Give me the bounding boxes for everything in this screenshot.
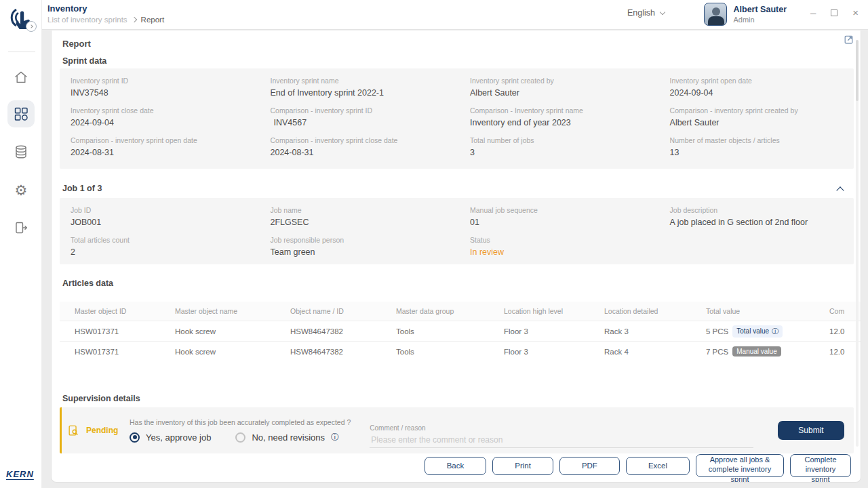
column-header: Location high level <box>497 307 597 315</box>
sidebar-item-dashboard[interactable] <box>7 100 35 127</box>
breadcrumb-current: Report <box>141 16 165 24</box>
table-row: HSW017371 Hook screw HSW84647382 Tools F… <box>60 321 861 341</box>
sidebar-item-settings[interactable]: ⚙ <box>7 177 35 204</box>
table-cell: HSW017371 <box>60 348 168 356</box>
sprint-field: Inventory sprint nameEnd of Inventory sp… <box>271 77 471 98</box>
total-value-cell: 7 PCS Manual value <box>699 346 823 357</box>
sidebar-divider <box>8 52 35 52</box>
table-cell: Hook screw <box>168 348 283 356</box>
field-value: 2024-08-31 <box>271 148 471 157</box>
scrollbar-track[interactable] <box>856 40 859 447</box>
job-field: Manual job sequence01 <box>470 206 670 227</box>
sprint-field: Inventory sprint close date2024-09-04 <box>71 106 271 127</box>
sidebar: ⚙ KERN <box>0 0 42 488</box>
pending-review-icon <box>67 424 80 437</box>
info-icon[interactable]: ⓘ <box>772 327 778 336</box>
table-cell: Tools <box>389 327 497 336</box>
sidebar-item-home[interactable] <box>7 64 35 91</box>
brand-logo: KERN <box>6 469 34 479</box>
submit-button[interactable]: Submit <box>778 421 844 440</box>
column-header: Master data group <box>389 307 497 315</box>
field-label: Comparison - inventory sprint close date <box>271 136 471 144</box>
job-field: Total articles count2 <box>71 236 271 257</box>
job-collapse-button[interactable] <box>837 184 848 193</box>
job-panel: Job IDJOB001 Job name2FLGSEC Manual job … <box>60 198 854 264</box>
job-field: Job name2FLGSEC <box>271 206 471 227</box>
radio-unselected-icon[interactable] <box>235 432 245 443</box>
maximize-icon[interactable] <box>831 9 837 16</box>
table-cell: 7 PCS <box>706 348 728 356</box>
sprint-data-title: Sprint data <box>62 56 106 66</box>
field-label: Comparison - inventory sprint open date <box>71 136 271 144</box>
column-header: Master object name <box>168 307 283 315</box>
chevron-right-icon <box>131 17 136 22</box>
fullscreen-icon <box>844 35 854 45</box>
field-value: Albert Sauter <box>670 118 854 127</box>
field-value: 3 <box>470 148 670 157</box>
chevron-up-icon <box>836 186 844 194</box>
column-header: Master object ID <box>60 307 168 315</box>
field-label: Comparison - inventory sprint ID <box>271 106 471 115</box>
sidebar-expand-button[interactable] <box>26 21 37 32</box>
field-value: 2024-09-04 <box>71 118 271 127</box>
field-label: Job name <box>271 206 471 214</box>
field-value: 2024-09-04 <box>670 88 854 98</box>
field-label: Job ID <box>71 206 271 214</box>
scrollbar-thumb[interactable] <box>856 40 859 101</box>
chevron-right-icon <box>29 24 33 28</box>
sprint-field: Comparison - inventory sprint IDINV4567 <box>271 106 471 127</box>
complete-inventory-sprint-button[interactable]: Complete inventory sprint <box>790 454 851 477</box>
field-value: 2FLGSEC <box>271 218 471 227</box>
approve-all-jobs-button[interactable]: Approve all jobs & complete inventory sp… <box>696 454 784 477</box>
sprint-field: Inventory sprint IDINV37548 <box>71 77 271 98</box>
user-name: Albert Sauter <box>734 5 787 14</box>
back-button[interactable]: Back <box>425 457 487 475</box>
radio-no-revisions[interactable]: No, need revisions ⓘ <box>235 432 339 443</box>
field-label: Inventory sprint close date <box>71 106 271 115</box>
user-role: Admin <box>734 16 787 24</box>
status-value: In review <box>470 247 670 257</box>
pending-status-group: Pending <box>67 424 127 437</box>
report-section-title: Report <box>62 39 91 49</box>
sprint-data-panel: Inventory sprint IDINV37548 Inventory sp… <box>60 68 854 169</box>
table-cell: Hook screw <box>168 327 283 336</box>
excel-button[interactable]: Excel <box>626 457 690 475</box>
field-value: 2024-08-31 <box>71 148 271 157</box>
manual-value-badge[interactable]: Manual value <box>732 346 781 357</box>
close-button[interactable]: × <box>852 7 859 18</box>
sidebar-item-database[interactable] <box>7 138 35 165</box>
field-label: Number of master objects / articles <box>670 136 854 144</box>
radio-selected-icon[interactable] <box>130 432 140 443</box>
sprint-field: Comparison - Inventory sprint nameInvent… <box>470 106 670 127</box>
status-badge: Pending <box>86 426 118 435</box>
comment-input[interactable] <box>370 434 753 448</box>
job-status-field: StatusIn review <box>470 236 670 257</box>
column-header: Location detailed <box>597 307 699 315</box>
sidebar-item-logout[interactable] <box>7 214 35 241</box>
user-menu[interactable]: Albert Sauter Admin <box>704 3 787 26</box>
language-selector[interactable]: English <box>627 8 665 18</box>
field-value: Albert Sauter <box>470 88 670 98</box>
column-header: Total value <box>699 307 823 315</box>
info-icon[interactable]: ⓘ <box>331 432 339 443</box>
expand-report-button[interactable] <box>844 35 854 47</box>
supervision-details-title: Supervision details <box>62 394 140 403</box>
breadcrumb-parent[interactable]: List of inventory sprints <box>47 16 127 24</box>
language-label: English <box>627 8 655 18</box>
field-value: A job placed in G section of 2nd floor <box>670 218 854 227</box>
report-card: Report Sprint data Inventory sprint IDIN… <box>51 30 861 483</box>
radio-yes-approve[interactable]: Yes, approve job <box>130 432 211 443</box>
table-cell: Rack 3 <box>597 327 699 336</box>
minimize-button[interactable]: – <box>810 7 816 18</box>
page-title: Inventory <box>47 3 87 14</box>
total-value-cell: 5 PCS Total value ⓘ <box>699 325 823 338</box>
sprint-field: Comparison - inventory sprint created by… <box>670 106 854 127</box>
pdf-button[interactable]: PDF <box>559 457 620 475</box>
print-button[interactable]: Print <box>492 457 553 475</box>
field-label: Inventory sprint open date <box>670 77 854 85</box>
home-icon <box>13 69 29 85</box>
header-bar: Inventory List of inventory sprints Repo… <box>42 0 868 30</box>
total-value-badge[interactable]: Total value ⓘ <box>732 325 783 338</box>
field-label: Manual job sequence <box>470 206 670 214</box>
field-label: Status <box>470 236 670 244</box>
